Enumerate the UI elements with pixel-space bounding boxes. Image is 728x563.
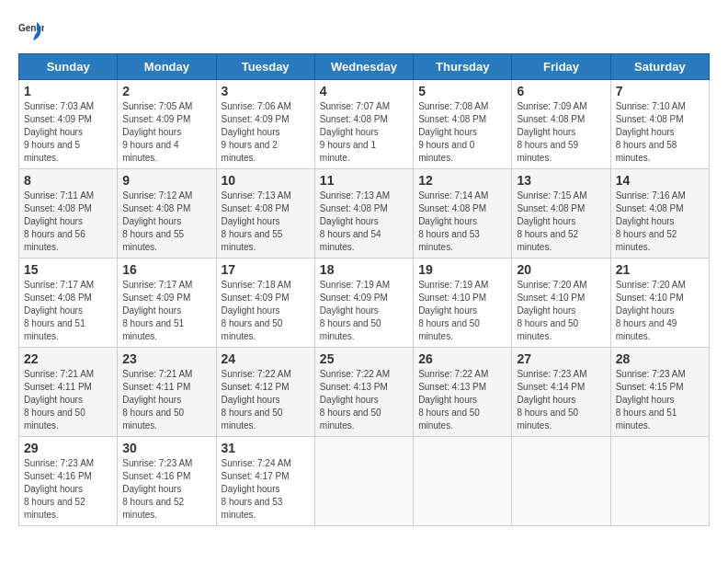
day-info: Sunrise: 7:05 AMSunset: 4:09 PMDaylight …	[122, 101, 192, 163]
calendar-cell	[314, 437, 413, 526]
day-info: Sunrise: 7:03 AMSunset: 4:09 PMDaylight …	[24, 101, 94, 163]
header-day-wednesday: Wednesday	[314, 54, 413, 80]
day-number: 14	[616, 173, 704, 188]
day-info: Sunrise: 7:08 AMSunset: 4:08 PMDaylight …	[418, 101, 488, 163]
week-row-4: 22Sunrise: 7:21 AMSunset: 4:11 PMDayligh…	[19, 348, 710, 437]
calendar-cell: 24Sunrise: 7:22 AMSunset: 4:12 PMDayligh…	[216, 348, 314, 437]
day-info: Sunrise: 7:17 AMSunset: 4:09 PMDaylight …	[122, 280, 192, 341]
day-info: Sunrise: 7:10 AMSunset: 4:08 PMDaylight …	[616, 101, 686, 163]
day-info: Sunrise: 7:07 AMSunset: 4:08 PMDaylight …	[320, 101, 390, 163]
day-number: 12	[418, 173, 506, 188]
calendar-cell: 28Sunrise: 7:23 AMSunset: 4:15 PMDayligh…	[610, 348, 709, 437]
calendar-cell: 19Sunrise: 7:19 AMSunset: 4:10 PMDayligh…	[414, 259, 512, 348]
calendar-cell: 21Sunrise: 7:20 AMSunset: 4:10 PMDayligh…	[610, 259, 709, 348]
calendar-body: 1Sunrise: 7:03 AMSunset: 4:09 PMDaylight…	[19, 80, 710, 526]
day-info: Sunrise: 7:13 AMSunset: 4:08 PMDaylight …	[320, 190, 390, 252]
day-number: 26	[418, 351, 506, 366]
day-number: 13	[517, 173, 605, 188]
day-number: 17	[222, 262, 310, 277]
day-number: 1	[24, 84, 112, 98]
day-number: 8	[24, 173, 112, 188]
day-number: 7	[616, 84, 704, 98]
calendar-cell: 16Sunrise: 7:17 AMSunset: 4:09 PMDayligh…	[118, 259, 216, 348]
calendar-cell: 27Sunrise: 7:23 AMSunset: 4:14 PMDayligh…	[512, 348, 610, 437]
calendar-cell: 9Sunrise: 7:12 AMSunset: 4:08 PMDaylight…	[118, 169, 216, 259]
day-info: Sunrise: 7:22 AMSunset: 4:12 PMDaylight …	[222, 369, 291, 431]
day-info: Sunrise: 7:13 AMSunset: 4:08 PMDaylight …	[222, 190, 291, 252]
day-number: 24	[222, 351, 310, 366]
calendar-cell: 18Sunrise: 7:19 AMSunset: 4:09 PMDayligh…	[314, 259, 413, 348]
header-day-thursday: Thursday	[414, 54, 512, 80]
calendar-cell: 26Sunrise: 7:22 AMSunset: 4:13 PMDayligh…	[414, 348, 512, 437]
calendar-cell: 11Sunrise: 7:13 AMSunset: 4:08 PMDayligh…	[314, 169, 413, 259]
calendar-cell: 23Sunrise: 7:21 AMSunset: 4:11 PMDayligh…	[118, 348, 216, 437]
day-info: Sunrise: 7:19 AMSunset: 4:09 PMDaylight …	[320, 280, 390, 341]
calendar-cell: 20Sunrise: 7:20 AMSunset: 4:10 PMDayligh…	[512, 259, 610, 348]
calendar-cell: 25Sunrise: 7:22 AMSunset: 4:13 PMDayligh…	[314, 348, 413, 437]
day-info: Sunrise: 7:12 AMSunset: 4:08 PMDaylight …	[122, 190, 192, 252]
calendar-cell: 3Sunrise: 7:06 AMSunset: 4:09 PMDaylight…	[216, 80, 314, 169]
day-number: 23	[122, 351, 210, 366]
calendar-cell: 10Sunrise: 7:13 AMSunset: 4:08 PMDayligh…	[216, 169, 314, 259]
day-number: 6	[517, 84, 605, 98]
week-row-3: 15Sunrise: 7:17 AMSunset: 4:08 PMDayligh…	[19, 259, 710, 348]
calendar-cell: 15Sunrise: 7:17 AMSunset: 4:08 PMDayligh…	[19, 259, 118, 348]
header-day-saturday: Saturday	[610, 54, 709, 80]
header: General	[18, 18, 710, 44]
day-number: 29	[24, 441, 112, 455]
day-number: 16	[122, 262, 210, 277]
day-number: 27	[517, 351, 605, 366]
day-info: Sunrise: 7:20 AMSunset: 4:10 PMDaylight …	[517, 280, 586, 341]
day-info: Sunrise: 7:20 AMSunset: 4:10 PMDaylight …	[616, 280, 686, 341]
calendar-cell: 14Sunrise: 7:16 AMSunset: 4:08 PMDayligh…	[610, 169, 709, 259]
week-row-2: 8Sunrise: 7:11 AMSunset: 4:08 PMDaylight…	[19, 169, 710, 259]
header-day-tuesday: Tuesday	[216, 54, 314, 80]
day-number: 28	[616, 351, 704, 366]
day-info: Sunrise: 7:23 AMSunset: 4:16 PMDaylight …	[122, 458, 192, 520]
day-info: Sunrise: 7:18 AMSunset: 4:09 PMDaylight …	[222, 280, 291, 341]
calendar-cell: 30Sunrise: 7:23 AMSunset: 4:16 PMDayligh…	[118, 437, 216, 526]
day-number: 25	[320, 351, 408, 366]
calendar-cell	[610, 437, 709, 526]
day-info: Sunrise: 7:19 AMSunset: 4:10 PMDaylight …	[418, 280, 488, 341]
day-number: 31	[222, 441, 310, 455]
day-info: Sunrise: 7:21 AMSunset: 4:11 PMDaylight …	[24, 369, 94, 431]
calendar-cell: 6Sunrise: 7:09 AMSunset: 4:08 PMDaylight…	[512, 80, 610, 169]
calendar-header: SundayMondayTuesdayWednesdayThursdayFrid…	[19, 54, 710, 80]
day-number: 5	[418, 84, 506, 98]
day-info: Sunrise: 7:22 AMSunset: 4:13 PMDaylight …	[320, 369, 390, 431]
week-row-5: 29Sunrise: 7:23 AMSunset: 4:16 PMDayligh…	[19, 437, 710, 526]
calendar-cell: 8Sunrise: 7:11 AMSunset: 4:08 PMDaylight…	[19, 169, 118, 259]
header-day-monday: Monday	[118, 54, 216, 80]
calendar-cell: 5Sunrise: 7:08 AMSunset: 4:08 PMDaylight…	[414, 80, 512, 169]
day-number: 21	[616, 262, 704, 277]
day-info: Sunrise: 7:23 AMSunset: 4:14 PMDaylight …	[517, 369, 586, 431]
calendar-cell: 29Sunrise: 7:23 AMSunset: 4:16 PMDayligh…	[19, 437, 118, 526]
day-info: Sunrise: 7:23 AMSunset: 4:15 PMDaylight …	[616, 369, 686, 431]
day-info: Sunrise: 7:16 AMSunset: 4:08 PMDaylight …	[616, 190, 686, 252]
calendar-cell: 13Sunrise: 7:15 AMSunset: 4:08 PMDayligh…	[512, 169, 610, 259]
day-number: 11	[320, 173, 408, 188]
week-row-1: 1Sunrise: 7:03 AMSunset: 4:09 PMDaylight…	[19, 80, 710, 169]
day-number: 19	[418, 262, 506, 277]
logo: General	[18, 18, 48, 44]
calendar-cell: 31Sunrise: 7:24 AMSunset: 4:17 PMDayligh…	[216, 437, 314, 526]
calendar-cell: 2Sunrise: 7:05 AMSunset: 4:09 PMDaylight…	[118, 80, 216, 169]
day-number: 30	[122, 441, 210, 455]
day-info: Sunrise: 7:15 AMSunset: 4:08 PMDaylight …	[517, 190, 586, 252]
day-info: Sunrise: 7:17 AMSunset: 4:08 PMDaylight …	[24, 280, 94, 341]
day-info: Sunrise: 7:23 AMSunset: 4:16 PMDaylight …	[24, 458, 94, 520]
day-info: Sunrise: 7:22 AMSunset: 4:13 PMDaylight …	[418, 369, 488, 431]
day-number: 20	[517, 262, 605, 277]
day-number: 2	[122, 84, 210, 98]
logo-icon: General	[18, 18, 44, 44]
day-number: 22	[24, 351, 112, 366]
calendar-cell	[512, 437, 610, 526]
calendar-cell: 1Sunrise: 7:03 AMSunset: 4:09 PMDaylight…	[19, 80, 118, 169]
day-number: 18	[320, 262, 408, 277]
day-number: 4	[320, 84, 408, 98]
calendar-cell: 4Sunrise: 7:07 AMSunset: 4:08 PMDaylight…	[314, 80, 413, 169]
day-number: 15	[24, 262, 112, 277]
day-info: Sunrise: 7:09 AMSunset: 4:08 PMDaylight …	[517, 101, 586, 163]
calendar-cell: 12Sunrise: 7:14 AMSunset: 4:08 PMDayligh…	[414, 169, 512, 259]
